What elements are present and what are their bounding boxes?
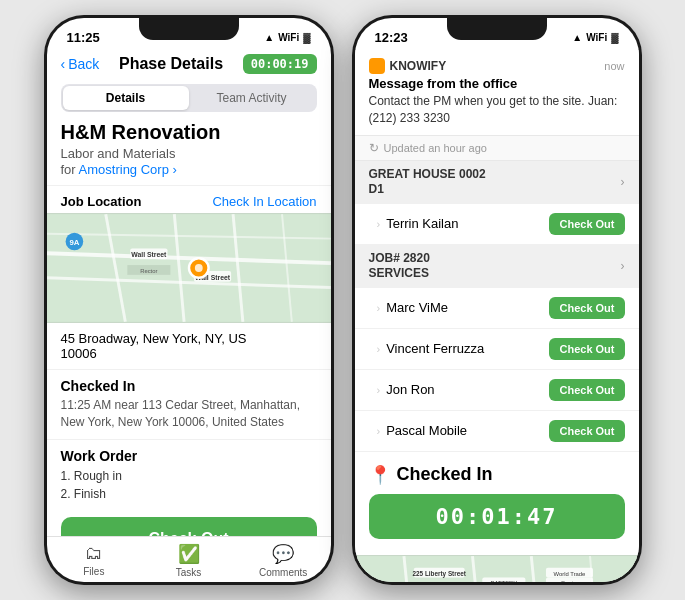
notif-header: KNOWIFY now	[369, 58, 625, 74]
svg-text:Center: Center	[560, 580, 578, 582]
tab-switcher-1: Details Team Activity	[61, 84, 317, 112]
work-order-item-1: 1. Rough in	[61, 467, 317, 485]
address-line1: 45 Broadway, New York, NY, US	[61, 331, 317, 346]
status-icons-1: ▲ WiFi ▓	[264, 32, 310, 43]
tab-files[interactable]: 🗂 Files	[47, 543, 142, 578]
battery-icon-1: ▓	[303, 32, 310, 43]
address-block: 45 Broadway, New York, NY, US 10006	[47, 323, 331, 370]
nav-bar-1: ‹ Back Phase Details 00:00:19	[47, 50, 331, 80]
person-row-jon: › Jon Ron Check Out	[355, 370, 639, 411]
person-chevron-terrin: ›	[377, 218, 381, 230]
phone-notch-2	[447, 18, 547, 40]
for-label: for	[61, 162, 76, 177]
group-2-title: JOB# 2820 SERVICES	[369, 251, 430, 282]
group-2-line2: SERVICES	[369, 266, 430, 282]
tab-team-activity[interactable]: Team Activity	[189, 86, 315, 110]
wifi-icon-2: WiFi	[586, 32, 607, 43]
address-line2: 10006	[61, 346, 317, 361]
svg-text:World Trade: World Trade	[553, 571, 585, 577]
group-2-header[interactable]: JOB# 2820 SERVICES ›	[355, 245, 639, 288]
checkout-button-1[interactable]: Check Out	[61, 517, 317, 536]
person-row-vincent: › Vincent Ferruzza Check Out	[355, 329, 639, 370]
person-name-marc: › Marc ViMe	[377, 300, 449, 315]
notif-body: Contact the PM when you get to the site.…	[369, 93, 625, 127]
company-link[interactable]: Amostring Corp ›	[79, 162, 177, 177]
person-name-terrin: › Terrin Kailan	[377, 216, 459, 231]
comments-label: Comments	[259, 567, 307, 578]
signal-icon-1: ▲	[264, 32, 274, 43]
status-time-1: 11:25	[67, 30, 100, 45]
battery-icon-2: ▓	[611, 32, 618, 43]
map-1: Wall Street Wall Street Rector 9A	[47, 213, 331, 323]
phone1-scroll-content: Details Team Activity H&M Renovation Lab…	[47, 80, 331, 536]
checkout-btn-terrin[interactable]: Check Out	[549, 213, 624, 235]
person-chevron-marc: ›	[377, 302, 381, 314]
svg-text:BATTERY: BATTERY	[490, 580, 517, 582]
person-chevron-pascal: ›	[377, 425, 381, 437]
page-title-1: Phase Details	[119, 55, 223, 73]
person-name-label-vincent: Vincent Ferruzza	[386, 341, 484, 356]
group-1-header[interactable]: GREAT HOUSE 0002 D1 ›	[355, 161, 639, 204]
svg-point-17	[194, 264, 202, 272]
checked-in-section-2: 📍 Checked In 00:01:47	[355, 452, 639, 555]
work-order-title: Work Order	[61, 448, 317, 464]
person-name-label-jon: Jon Ron	[386, 382, 434, 397]
svg-text:Wall Street: Wall Street	[131, 251, 167, 258]
tab-tasks[interactable]: ✅ Tasks	[141, 543, 236, 578]
checked-in-title-2: Checked In	[397, 464, 493, 485]
checked-in-heading-2: 📍 Checked In	[369, 464, 625, 486]
person-row-pascal: › Pascal Mobile Check Out	[355, 411, 639, 452]
timer-display-2: 00:01:47	[369, 494, 625, 539]
notif-title: Message from the office	[369, 76, 625, 91]
svg-text:9A: 9A	[69, 238, 79, 247]
bottom-tabs-1: 🗂 Files ✅ Tasks 💬 Comments	[47, 536, 331, 582]
person-name-vincent: › Vincent Ferruzza	[377, 341, 485, 356]
person-name-pascal: › Pascal Mobile	[377, 423, 468, 438]
status-time-2: 12:23	[375, 30, 408, 45]
wifi-icon-1: WiFi	[278, 32, 299, 43]
checkout-btn-jon[interactable]: Check Out	[549, 379, 624, 401]
location-header: Job Location Check In Location	[47, 185, 331, 213]
checkout-btn-pascal[interactable]: Check Out	[549, 420, 624, 442]
phone-notch-1	[139, 18, 239, 40]
checkin-location-link[interactable]: Check In Location	[212, 194, 316, 209]
phone-1: 11:25 ▲ WiFi ▓ ‹ Back Phase Details 00:0…	[44, 15, 334, 585]
job-title: H&M Renovation	[61, 120, 317, 144]
work-order-block: Work Order 1. Rough in 2. Finish	[47, 440, 331, 513]
refresh-icon: ↻	[369, 141, 379, 155]
job-company: for Amostring Corp ›	[61, 162, 317, 177]
files-label: Files	[83, 566, 104, 577]
group-1-line2: D1	[369, 182, 486, 198]
person-chevron-jon: ›	[377, 384, 381, 396]
svg-text:Rector: Rector	[140, 268, 157, 274]
job-location-label: Job Location	[61, 194, 142, 209]
files-icon: 🗂	[85, 543, 103, 564]
comments-icon: 💬	[272, 543, 294, 565]
chevron-right-icon-1: ›	[621, 175, 625, 189]
timer-badge-1: 00:00:19	[243, 54, 317, 74]
job-info: H&M Renovation Labor and Materials for A…	[47, 120, 331, 177]
tab-comments[interactable]: 💬 Comments	[236, 543, 331, 578]
checked-in-detail: 11:25 AM near 113 Cedar Street, Manhatta…	[61, 397, 317, 431]
group-2-line1: JOB# 2820	[369, 251, 430, 267]
map-2: 225 Liberty Street BATTERY PARK CITY Wor…	[355, 555, 639, 582]
signal-icon-2: ▲	[572, 32, 582, 43]
person-name-label-pascal: Pascal Mobile	[386, 423, 467, 438]
checked-in-info: Checked In 11:25 AM near 113 Cedar Stree…	[47, 370, 331, 440]
checkout-btn-marc[interactable]: Check Out	[549, 297, 624, 319]
back-button-1[interactable]: ‹ Back	[61, 56, 100, 72]
updated-bar: ↻ Updated an hour ago	[355, 136, 639, 161]
status-icons-2: ▲ WiFi ▓	[572, 32, 618, 43]
notif-app-name: KNOWIFY	[390, 59, 447, 73]
tab-details[interactable]: Details	[63, 86, 189, 110]
group-1-title: GREAT HOUSE 0002 D1	[369, 167, 486, 198]
checkout-btn-vincent[interactable]: Check Out	[549, 338, 624, 360]
notif-time: now	[604, 60, 624, 72]
checked-in-title-1: Checked In	[61, 378, 317, 394]
updated-text: Updated an hour ago	[384, 142, 487, 154]
phone2-scroll-content: KNOWIFY now Message from the office Cont…	[355, 50, 639, 582]
pin-icon: 📍	[369, 464, 391, 486]
person-row-marc: › Marc ViMe Check Out	[355, 288, 639, 329]
job-subtitle: Labor and Materials	[61, 146, 317, 161]
group-1-line1: GREAT HOUSE 0002	[369, 167, 486, 183]
